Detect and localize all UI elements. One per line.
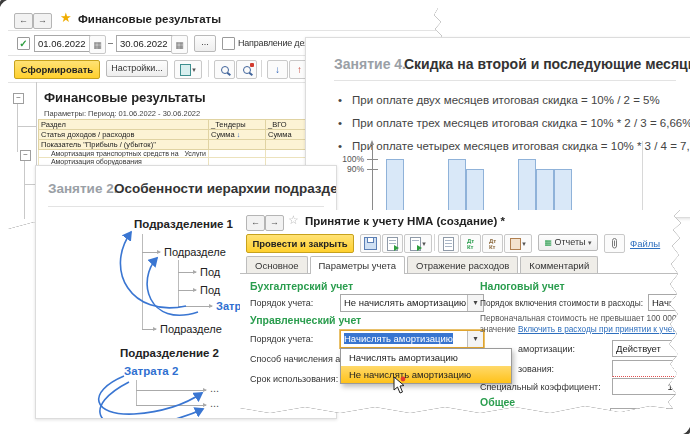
calendar-icon: ▦: [93, 40, 102, 50]
special-coefficient-field[interactable]: 1,00: [612, 378, 690, 395]
useful-life-label: Срок использования:: [250, 374, 338, 384]
dt-kt-icon: ДтКт: [489, 238, 496, 250]
chart-bar: [448, 159, 466, 217]
collapse-groups-button[interactable]: ↓: [267, 60, 288, 79]
generate-button[interactable]: Сформировать: [14, 60, 100, 79]
lesson4-slide: Занятие 4. Скидка на второй и последующи…: [305, 37, 690, 218]
date-from-input[interactable]: 01.06.2022: [34, 35, 94, 52]
create-based-on-button[interactable]: ▾: [404, 234, 432, 253]
mouse-cursor-icon: [392, 376, 408, 396]
tax-include-field[interactable]: Начислять амортизац: [648, 294, 690, 311]
date-to-input[interactable]: 30.06.2022: [116, 35, 176, 52]
chart-bar: [466, 169, 484, 217]
group-collapse-box[interactable]: −: [20, 150, 31, 161]
date-to-calendar-button[interactable]: ▦: [171, 35, 188, 54]
report-params-value: Период: 01.06.2022 - 30.06.2022: [88, 109, 200, 118]
forward-button[interactable]: →: [33, 13, 52, 29]
print-icon: [510, 238, 521, 250]
cancel-search-button[interactable]: [236, 60, 257, 79]
post-document-icon: [387, 237, 398, 251]
print-button[interactable]: ▾: [504, 234, 532, 253]
dt-kt-report-button[interactable]: ДтКт: [482, 234, 503, 253]
chart-bar: [386, 159, 404, 217]
paperclip-icon: [610, 237, 619, 250]
document-button[interactable]: [438, 234, 459, 253]
chart-bar: [518, 159, 536, 217]
tax-useful-life-label: зования:: [518, 364, 554, 374]
dropdown-option-accrue[interactable]: Начислять амортизацию: [341, 349, 511, 366]
tab-main[interactable]: Основное: [246, 256, 308, 274]
group-collapse-box[interactable]: −: [13, 93, 24, 104]
order-dropdown-list: Начислять амортизацию Не начислять аморт…: [340, 348, 512, 384]
save-button[interactable]: [360, 234, 381, 253]
dots-node: ...: [210, 397, 219, 409]
general-section-header: Общее: [480, 396, 515, 408]
date-from-calendar-button[interactable]: ▦: [89, 35, 106, 54]
rounded-corner-mark: [0, 0, 23, 23]
search-cancel-icon: [243, 66, 251, 74]
chart-bar: [536, 169, 554, 217]
cost1-node: Затр: [216, 300, 241, 312]
accounting-section-header: Бухгалтерский учет: [250, 280, 353, 292]
chevron-down-icon: ▾: [588, 239, 592, 246]
tax-hint-line2: значение Включить в расходы при принятии…: [480, 324, 680, 334]
reports-button[interactable]: ▦ Отчеты ▾: [538, 234, 598, 251]
chevron-down-icon: ▾: [422, 240, 426, 248]
settings-button[interactable]: Настройки...: [106, 60, 168, 77]
tax-include-label: Порядок включения стоимости в расходы:: [480, 298, 643, 308]
forward-button[interactable]: →: [265, 215, 284, 231]
chart-right-border: [642, 141, 643, 217]
management-order-select[interactable]: Начислять амортизацию ▾: [340, 330, 484, 348]
dept1-node: Подразделение 1: [134, 218, 233, 230]
chevron-down-icon: ▾: [522, 240, 526, 248]
window-title: Принятие к учету НМА (создание) *: [305, 215, 505, 227]
calendar-icon: ▦: [175, 40, 184, 50]
direction-checkbox[interactable]: [222, 37, 235, 50]
cost2-node: Затрата 2: [124, 365, 178, 377]
period-checkbox[interactable]: ✓: [17, 37, 30, 50]
tab-expense-reflection[interactable]: Отражение расходов: [407, 256, 518, 274]
dt-kt-icon: ДтКт: [467, 238, 474, 250]
tab-bar: Основное Параметры учета Отражение расхо…: [246, 256, 598, 274]
search-icon: [221, 66, 229, 74]
dropdown-option-no-accrue[interactable]: Не начислять амортизацию: [341, 366, 511, 383]
lesson-number: Занятие 2.: [48, 181, 117, 196]
chart-bar: [554, 169, 572, 217]
accounting-order-label: Порядок учета:: [250, 298, 313, 308]
depreciation-rate-label: амортизации:: [518, 344, 575, 354]
include-in-expenses-link[interactable]: Включить в расходы при принятии к учету: [518, 324, 680, 334]
dt-kt-movements-button[interactable]: ДтКт: [460, 234, 481, 253]
favorite-star-icon[interactable]: ☆: [288, 213, 299, 227]
period-more-button[interactable]: ...: [194, 35, 216, 52]
tab-accounting-params[interactable]: Параметры учета: [310, 256, 405, 274]
dept1-child1: Подразделе: [164, 246, 226, 258]
save-icon: [364, 237, 377, 250]
finance-group-label: Группа финансового учета:: [480, 412, 594, 422]
post-and-close-button[interactable]: Провести и закрыть: [246, 234, 354, 253]
create-based-on-icon: [410, 237, 421, 251]
tax-useful-life-field[interactable]: [612, 360, 690, 377]
discount-bar-chart: 100% 90%: [306, 38, 690, 217]
post-button[interactable]: [382, 234, 403, 253]
tax-hint-line1: Первоначальная стоимость не превышает 10…: [480, 313, 680, 323]
management-section-header: Управленческий учет: [250, 314, 361, 326]
screenshot-collage: ← → ★ Финансовые результаты ✓ 01.06.2022…: [0, 0, 690, 434]
sort-desc-icon[interactable]: ↓: [237, 131, 241, 138]
files-link[interactable]: Файлы: [630, 238, 660, 249]
report-variant-button[interactable]: ▾: [174, 60, 202, 79]
dept1-child2: Подразделе: [160, 323, 222, 335]
accounting-order-select[interactable]: Не начислять амортизацию ▾: [340, 294, 484, 312]
back-button[interactable]: ←: [246, 215, 265, 231]
favorite-star-icon[interactable]: ★: [60, 10, 72, 25]
report-variant-icon: [180, 64, 191, 76]
search-button[interactable]: [214, 60, 235, 79]
chevron-down-icon: ▾: [192, 66, 196, 74]
window-title: Финансовые результаты: [78, 13, 221, 25]
depreciation-rate-field[interactable]: Действует: [612, 340, 690, 357]
tab-comment[interactable]: Комментарий: [520, 256, 598, 274]
dots-node: ...: [210, 382, 219, 394]
date-separator: –: [108, 38, 113, 48]
dept1-grandchild2: Под: [200, 284, 220, 296]
report-title: Финансовые результаты: [44, 90, 206, 105]
attach-button[interactable]: [604, 234, 625, 253]
